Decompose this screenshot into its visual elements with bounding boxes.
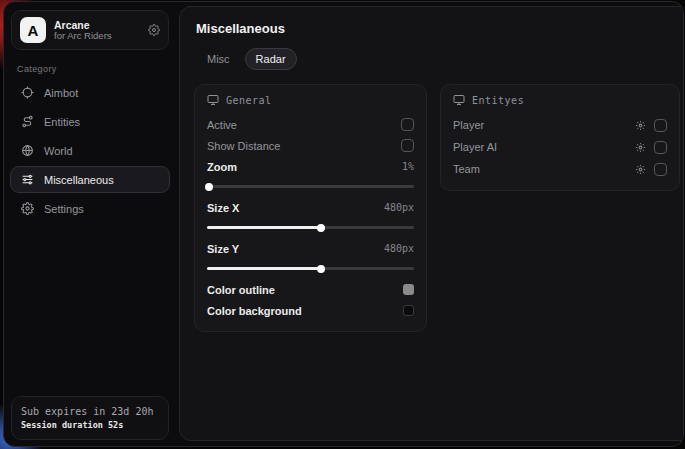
- slider-thumb[interactable]: [317, 224, 325, 232]
- entities-card-title: Entityes: [472, 95, 524, 106]
- sidebar-item-label: World: [44, 145, 73, 157]
- entity-row-player-ai: Player AI: [453, 136, 667, 158]
- size-y-slider[interactable]: [207, 261, 414, 275]
- setting-row-show-distance: Show Distance: [207, 135, 414, 156]
- crosshair-icon: [21, 86, 34, 99]
- session-duration-text: Session duration 52s: [21, 419, 159, 432]
- subscription-card: Sub expires in 23d 20h Session duration …: [11, 396, 169, 440]
- app-window: A Arcane for Arc Riders Category Aimbot: [3, 1, 684, 447]
- tab-radar[interactable]: Radar: [245, 48, 297, 70]
- sidebar-item-label: Settings: [44, 203, 84, 215]
- zoom-slider[interactable]: [207, 179, 414, 193]
- active-checkbox[interactable]: [401, 118, 414, 131]
- gear-icon: [21, 202, 34, 215]
- sidebar-item-settings[interactable]: Settings: [10, 195, 170, 222]
- monitor-icon: [207, 94, 219, 106]
- entity-label: Player AI: [453, 141, 497, 153]
- tab-misc[interactable]: Misc: [196, 48, 241, 70]
- gear-icon[interactable]: [635, 142, 646, 153]
- color-background-swatch[interactable]: [403, 305, 414, 316]
- gear-icon[interactable]: [148, 24, 160, 36]
- color-outline-swatch[interactable]: [403, 284, 414, 295]
- sidebar-item-label: Miscellaneous: [44, 174, 114, 186]
- gear-icon[interactable]: [635, 164, 646, 175]
- entities-card: Entityes Player Player AI: [440, 84, 680, 191]
- setting-label: Color outline: [207, 284, 275, 296]
- general-card: General Active Show Distance Zoom 1%: [194, 84, 427, 332]
- setting-row-zoom: Zoom 1%: [207, 156, 414, 177]
- page-title: Miscellaneous: [196, 21, 680, 36]
- setting-row-color-background: Color background: [207, 300, 414, 321]
- setting-label: Show Distance: [207, 140, 280, 152]
- monitor-icon: [453, 94, 465, 106]
- size-x-value: 480px: [384, 202, 414, 213]
- entity-row-team: Team: [453, 158, 667, 180]
- entity-label: Team: [453, 163, 480, 175]
- slider-thumb[interactable]: [317, 265, 325, 273]
- app-name: Arcane: [54, 19, 140, 31]
- setting-row-size-x: Size X 480px: [207, 197, 414, 218]
- general-card-title: General: [226, 95, 272, 106]
- setting-label: Active: [207, 119, 237, 131]
- team-checkbox[interactable]: [654, 163, 667, 176]
- sidebar-nav: Aimbot Entities World Miscellaneous: [4, 78, 176, 223]
- sub-expiry-text: Sub expires in 23d 20h: [21, 404, 159, 419]
- setting-row-color-outline: Color outline: [207, 279, 414, 300]
- zoom-value: 1%: [402, 161, 414, 172]
- sidebar-item-world[interactable]: World: [10, 137, 170, 164]
- category-label: Category: [17, 64, 176, 74]
- setting-row-active: Active: [207, 114, 414, 135]
- tab-bar: Misc Radar: [196, 48, 680, 70]
- sidebar: A Arcane for Arc Riders Category Aimbot: [4, 2, 176, 446]
- entity-row-player: Player: [453, 114, 667, 136]
- globe-icon: [21, 144, 34, 157]
- setting-row-size-y: Size Y 480px: [207, 238, 414, 259]
- sliders-icon: [21, 173, 34, 186]
- player-checkbox[interactable]: [654, 119, 667, 132]
- setting-label: Size Y: [207, 243, 239, 255]
- setting-label: Zoom: [207, 161, 237, 173]
- size-x-slider[interactable]: [207, 220, 414, 234]
- entity-label: Player: [453, 119, 484, 131]
- slider-thumb[interactable]: [205, 183, 213, 191]
- setting-label: Color background: [207, 305, 302, 317]
- gear-icon[interactable]: [635, 120, 646, 131]
- route-icon: [21, 115, 34, 128]
- player-ai-checkbox[interactable]: [654, 141, 667, 154]
- sidebar-item-miscellaneous[interactable]: Miscellaneous: [10, 166, 170, 193]
- app-subtitle: for Arc Riders: [54, 31, 140, 42]
- main-panel: Miscellaneous Misc Radar General Active: [179, 6, 684, 441]
- sidebar-item-aimbot[interactable]: Aimbot: [10, 79, 170, 106]
- show-distance-checkbox[interactable]: [401, 139, 414, 152]
- setting-label: Size X: [207, 202, 239, 214]
- sidebar-item-entities[interactable]: Entities: [10, 108, 170, 135]
- sidebar-item-label: Entities: [44, 116, 80, 128]
- app-logo: A: [20, 17, 46, 43]
- app-header-card[interactable]: A Arcane for Arc Riders: [11, 10, 169, 50]
- size-y-value: 480px: [384, 243, 414, 254]
- sidebar-item-label: Aimbot: [44, 87, 78, 99]
